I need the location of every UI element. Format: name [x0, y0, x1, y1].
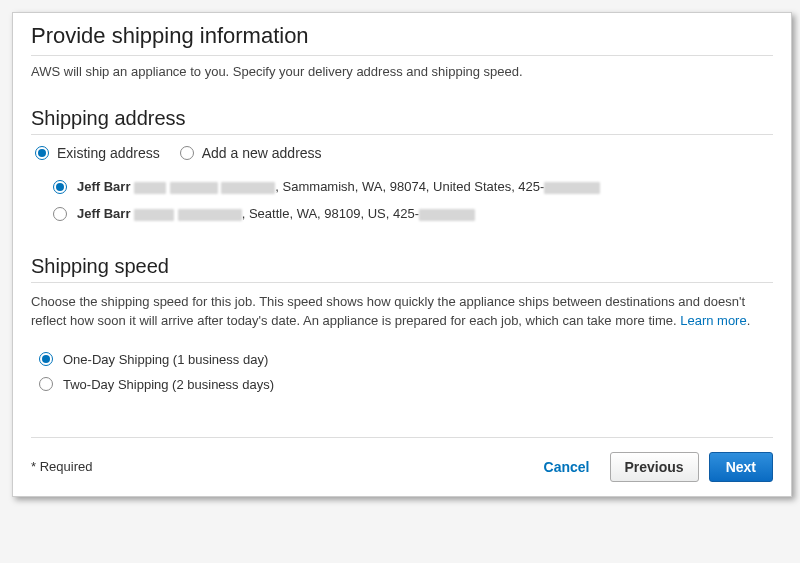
- footer: * Required Cancel Previous Next: [31, 452, 773, 482]
- address-text: Jeff Barr , Seattle, WA, 98109, US, 425-: [77, 206, 475, 221]
- redacted-icon: [221, 182, 275, 194]
- speed-label: One-Day Shipping (1 business day): [63, 352, 268, 367]
- speed-desc-text: Choose the shipping speed for this job. …: [31, 294, 745, 328]
- address-name: Jeff Barr: [77, 206, 130, 221]
- redacted-icon: [134, 209, 174, 221]
- page-subtitle: AWS will ship an appliance to you. Speci…: [31, 64, 773, 79]
- address-text: Jeff Barr , Sammamish, WA, 98074, United…: [77, 179, 600, 194]
- radio-icon: [35, 146, 49, 160]
- redacted-icon: [134, 182, 166, 194]
- footer-actions: Cancel Previous Next: [534, 452, 773, 482]
- redacted-icon: [544, 182, 600, 194]
- redacted-icon: [419, 209, 475, 221]
- shipping-info-panel: Provide shipping information AWS will sh…: [12, 12, 792, 497]
- address-name: Jeff Barr: [77, 179, 130, 194]
- next-button[interactable]: Next: [709, 452, 773, 482]
- radio-add-new-address[interactable]: Add a new address: [180, 145, 322, 161]
- radio-icon: [180, 146, 194, 160]
- address-item-1[interactable]: Jeff Barr , Seattle, WA, 98109, US, 425-: [53, 200, 773, 227]
- address-rest: , Sammamish, WA, 98074, United States, 4…: [275, 179, 544, 194]
- redacted-icon: [178, 209, 242, 221]
- radio-icon: [39, 377, 53, 391]
- previous-button[interactable]: Previous: [610, 452, 699, 482]
- page-title: Provide shipping information: [31, 23, 773, 56]
- speed-options: One-Day Shipping (1 business day) Two-Da…: [31, 347, 773, 397]
- learn-more-link[interactable]: Learn more: [680, 313, 746, 328]
- speed-label: Two-Day Shipping (2 business days): [63, 377, 274, 392]
- footer-divider: [31, 437, 773, 438]
- address-rest: , Seattle, WA, 98109, US, 425-: [242, 206, 419, 221]
- address-list: Jeff Barr , Sammamish, WA, 98074, United…: [31, 173, 773, 227]
- radio-existing-address[interactable]: Existing address: [35, 145, 160, 161]
- radio-label: Add a new address: [202, 145, 322, 161]
- radio-icon: [39, 352, 53, 366]
- speed-option-two-day[interactable]: Two-Day Shipping (2 business days): [39, 372, 773, 397]
- radio-icon: [53, 180, 67, 194]
- section-title-speed: Shipping speed: [31, 255, 773, 283]
- cancel-button[interactable]: Cancel: [534, 453, 600, 481]
- required-note: * Required: [31, 459, 92, 474]
- address-item-0[interactable]: Jeff Barr , Sammamish, WA, 98074, United…: [53, 173, 773, 200]
- radio-label: Existing address: [57, 145, 160, 161]
- radio-icon: [53, 207, 67, 221]
- speed-option-one-day[interactable]: One-Day Shipping (1 business day): [39, 347, 773, 372]
- section-title-address: Shipping address: [31, 107, 773, 135]
- address-mode-group: Existing address Add a new address: [31, 145, 773, 161]
- redacted-icon: [170, 182, 218, 194]
- speed-description: Choose the shipping speed for this job. …: [31, 293, 773, 331]
